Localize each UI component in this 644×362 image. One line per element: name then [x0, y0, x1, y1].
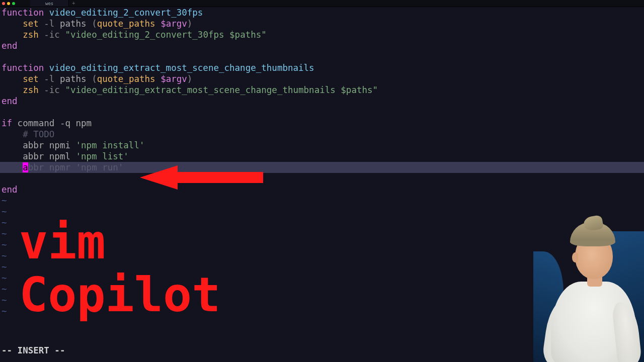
- tab-bar: wes +: [30, 0, 78, 7]
- maximize-button[interactable]: [12, 2, 15, 5]
- code-line: abbr npml 'npm list': [0, 151, 644, 162]
- traffic-lights: [2, 2, 15, 5]
- code-line: abbr npmi 'npm install': [0, 140, 644, 151]
- minimize-button[interactable]: [7, 2, 10, 5]
- code-line: # TODO: [0, 129, 644, 140]
- cursor: a: [23, 162, 28, 172]
- code-line: zsh -ic "video_editing_extract_most_scen…: [0, 84, 644, 96]
- current-line: abbr npmr 'npm run': [0, 162, 644, 173]
- code-line: zsh -ic "video_editing_2_convert_30fps $…: [0, 29, 644, 40]
- tab-wes[interactable]: wes: [30, 0, 69, 7]
- code-line: [0, 51, 644, 62]
- terminal-window: wes + function video_editing_2_convert_3…: [0, 0, 644, 362]
- code-line: end: [0, 184, 644, 195]
- copilot-suggestion: bbr npmr 'npm run': [28, 162, 124, 172]
- code-line: if command -q npm: [0, 118, 644, 129]
- tilde-line: ~: [0, 195, 644, 206]
- titlebar: wes +: [0, 0, 644, 7]
- tab-add-button[interactable]: +: [69, 1, 78, 6]
- webcam-overlay: [533, 211, 644, 362]
- code-line: function video_editing_extract_most_scen…: [0, 62, 644, 73]
- code-line: function video_editing_2_convert_30fps: [0, 7, 644, 18]
- editor-area[interactable]: function video_editing_2_convert_30fps s…: [0, 7, 644, 362]
- identifier: video_editing_2_convert_30fps: [44, 8, 203, 18]
- close-button[interactable]: [2, 2, 5, 5]
- code-line: end: [0, 96, 644, 107]
- keyword: set: [23, 19, 39, 29]
- vim-mode-indicator: -- INSERT --: [2, 345, 65, 356]
- keyword: function: [2, 8, 44, 18]
- code-line: [0, 173, 644, 184]
- code-line: end: [0, 40, 644, 51]
- presenter-figure: [541, 231, 636, 362]
- code-line: [0, 107, 644, 118]
- code-line: set -l paths (quote_paths $argv): [0, 73, 644, 84]
- code-line: set -l paths (quote_paths $argv): [0, 18, 644, 29]
